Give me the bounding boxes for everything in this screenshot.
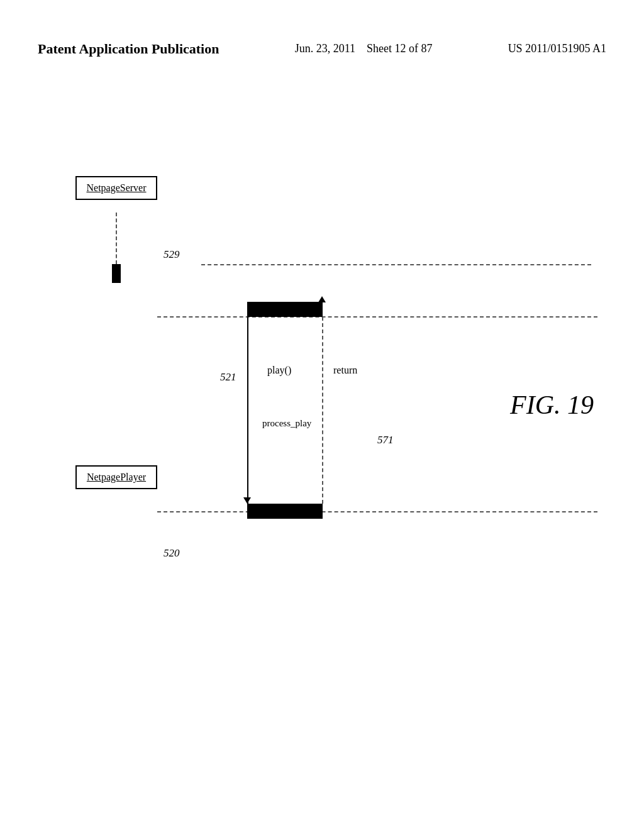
activation-left-line — [247, 317, 248, 504]
play-arrowhead — [243, 497, 251, 504]
publication-type: Patent Application Publication — [38, 40, 219, 58]
server-activation-top — [247, 302, 323, 317]
server-ref-number: 529 — [164, 248, 180, 261]
server-hline-right — [201, 264, 591, 265]
publication-date-sheet: Jun. 23, 2011 Sheet 12 of 87 — [295, 40, 433, 57]
return-label: return — [333, 365, 357, 376]
server-activation-bar-top — [112, 264, 121, 283]
activation-right-line-dashed — [322, 317, 323, 504]
netpage-player-box: NetpagePlayer — [75, 465, 157, 489]
return-arrowhead — [318, 296, 326, 302]
activation-ref: 521 — [220, 371, 236, 384]
player-activation-bottom — [247, 504, 323, 519]
publication-number: US 2011/0151905 A1 — [508, 40, 606, 57]
process-play-label: process_play — [262, 418, 311, 429]
play-label: play() — [267, 365, 291, 376]
sequence-diagram: NetpageServer NetpagePlayer 529 520 — [38, 126, 606, 704]
player-lifeline-horizontal — [157, 511, 597, 512]
figure-label: FIG. 19 — [510, 390, 594, 420]
netpage-server-box: NetpageServer — [75, 176, 157, 200]
netpage-player-label: NetpagePlayer — [80, 472, 152, 483]
netpage-server-label: NetpageServer — [80, 182, 152, 194]
arrow-ref: 571 — [377, 434, 394, 446]
server-lifeline-top — [116, 213, 117, 264]
player-ref-number: 520 — [164, 547, 180, 560]
page-header: Patent Application Publication Jun. 23, … — [0, 40, 644, 58]
server-lifeline-horizontal — [157, 316, 597, 318]
